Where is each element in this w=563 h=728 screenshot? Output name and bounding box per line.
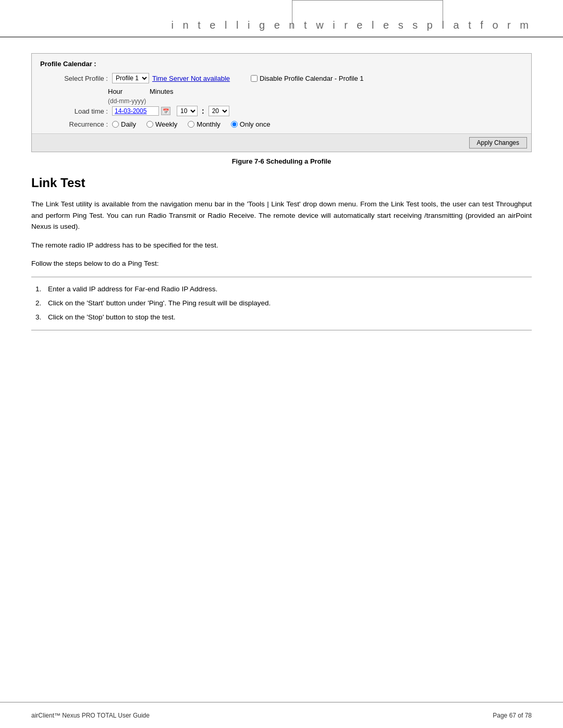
footer-left: airClient™ Nexus PRO TOTAL User Guide <box>31 712 150 719</box>
daily-label: Daily <box>121 120 136 128</box>
daily-radio[interactable] <box>112 121 119 128</box>
weekly-label: Weekly <box>155 120 177 128</box>
steps-list: 1. Enter a valid IP address for Far-end … <box>31 283 532 324</box>
only-once-option: Only once <box>231 120 271 128</box>
load-time-label: Load time : <box>51 107 108 115</box>
step-1-text: Enter a valid IP address for Far-end Rad… <box>48 285 217 293</box>
time-server-link[interactable]: Time Server Not available <box>152 75 230 82</box>
disable-checkbox-label: Disable Profile Calendar - Profile 1 <box>251 75 363 82</box>
disable-checkbox[interactable] <box>251 75 258 82</box>
apply-row: Apply Changes <box>32 133 531 152</box>
minutes-select[interactable]: 20 30 40 <box>209 106 229 116</box>
step-number: 1. <box>35 283 41 295</box>
footer: airClient™ Nexus PRO TOTAL User Guide Pa… <box>0 702 563 728</box>
apply-changes-button[interactable]: Apply Changes <box>469 137 527 149</box>
figure-caption: Figure 7-6 Scheduling a Profile <box>31 157 532 165</box>
recurrence-label: Recurrence : <box>51 120 108 128</box>
date-format: (dd-mm-yyyy) <box>108 97 146 105</box>
date-input[interactable] <box>112 106 159 116</box>
only-once-radio[interactable] <box>231 121 238 128</box>
profile-select[interactable]: Profile 1 <box>112 73 149 83</box>
divider-top <box>31 277 532 277</box>
monthly-option: Monthly <box>188 120 221 128</box>
weekly-radio[interactable] <box>146 121 153 128</box>
step-number: 3. <box>35 312 41 324</box>
step-number: 2. <box>35 298 41 310</box>
step-2-text: Click on the 'Start' button under 'Ping'… <box>48 299 271 307</box>
header-title: i n t e l l i g e n t w i r e l e s s p … <box>172 19 532 31</box>
calendar-icon[interactable]: 📅 <box>161 107 170 115</box>
select-profile-label: Select Profile : <box>51 75 108 82</box>
main-content: Profile Calendar : Select Profile : Prof… <box>0 38 563 352</box>
list-item: 3. Click on the 'Stop' button to stop th… <box>31 312 532 324</box>
figure-box: Profile Calendar : Select Profile : Prof… <box>31 53 532 152</box>
hour-select[interactable]: 10 11 12 <box>177 106 198 116</box>
date-format-row: (dd-mm-yyyy) <box>40 97 523 105</box>
minutes-label: Minutes <box>150 88 174 95</box>
section-para2: The remote radio IP address has to be sp… <box>31 240 532 251</box>
daily-option: Daily <box>112 120 136 128</box>
only-once-label: Only once <box>240 120 271 128</box>
hour-minutes-header: Hour Minutes <box>40 88 523 95</box>
select-profile-row: Select Profile : Profile 1 Time Server N… <box>40 73 523 83</box>
divider-bottom <box>31 330 532 330</box>
header: i n t e l l i g e n t w i r e l e s s p … <box>0 0 563 38</box>
weekly-option: Weekly <box>146 120 177 128</box>
list-item: 2. Click on the 'Start' button under 'Pi… <box>31 298 532 310</box>
section-title: Link Test <box>31 176 532 190</box>
hour-label: Hour <box>108 88 150 95</box>
time-colon: : <box>202 107 204 115</box>
recurrence-radio-group: Daily Weekly Monthly Only once <box>112 120 270 128</box>
recurrence-row: Recurrence : Daily Weekly Monthly Only o… <box>40 120 523 128</box>
monthly-radio[interactable] <box>188 121 194 128</box>
profile-calendar-title: Profile Calendar : <box>40 60 523 68</box>
section-para1: The Link Test utility is available from … <box>31 199 532 232</box>
monthly-label: Monthly <box>197 120 221 128</box>
section-para3: Follow the steps below to do a Ping Test… <box>31 258 532 269</box>
step-3-text: Click on the 'Stop' button to stop the t… <box>48 313 176 321</box>
list-item: 1. Enter a valid IP address for Far-end … <box>31 283 532 295</box>
load-time-row: Load time : 📅 10 11 12 : 20 30 40 <box>40 106 523 116</box>
footer-right: Page 67 of 78 <box>493 712 532 719</box>
